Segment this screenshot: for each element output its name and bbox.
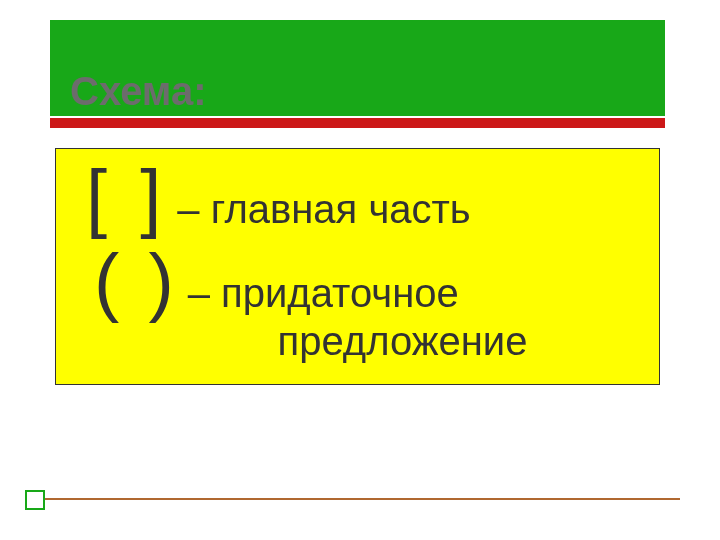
legend-box: [ ] – главная часть ( ) – придаточное пр… [55, 148, 660, 385]
main-part-label: – главная часть [177, 187, 470, 232]
subordinate-label-line2: предложение [166, 319, 639, 364]
square-bracket-symbol: [ ] [76, 159, 167, 235]
slide-title: Схема: [70, 71, 206, 111]
parentheses-symbol: ( ) [76, 243, 178, 319]
footer-divider [40, 498, 680, 500]
footer-bullet-icon [25, 490, 45, 510]
title-block: Схема: [50, 20, 665, 128]
title-underline [50, 118, 665, 128]
legend-row-subordinate: ( ) – придаточное предложение [76, 243, 639, 364]
subordinate-label-line1: – придаточное [188, 271, 459, 316]
slide: Схема: [ ] – главная часть ( ) – придато… [0, 0, 720, 540]
legend-row-main: [ ] – главная часть [76, 159, 639, 235]
title-bar: Схема: [50, 20, 665, 116]
